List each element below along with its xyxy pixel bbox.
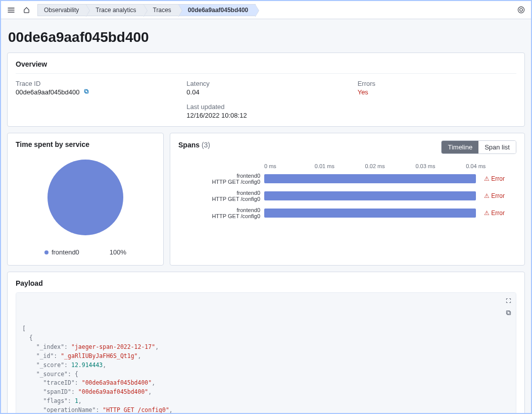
copy-payload-icon[interactable] (504, 308, 513, 317)
tab-timeline[interactable]: Timeline (442, 141, 478, 153)
topbar: ObservabilityTrace analyticsTraces00de6a… (1, 1, 531, 19)
payload-title: Payload (16, 279, 516, 287)
svg-rect-5 (506, 310, 510, 314)
span-bar (264, 174, 481, 183)
legend-dot-icon (44, 250, 49, 254)
page-title: 00de6a9aaf045bd400 (8, 29, 524, 45)
overview-panel: Overview Trace ID 00de6a9aaf045bd400 Lat… (7, 53, 525, 127)
breadcrumb-item[interactable]: Trace analytics (86, 4, 143, 16)
spans-panel: Spans (3) Timeline Span list 0 ms0.01 ms… (170, 133, 525, 266)
gantt-chart: 0 ms0.01 ms0.02 ms0.03 ms0.04 ms fronten… (178, 163, 516, 221)
overview-title: Overview (16, 60, 516, 68)
span-error: ⚠ Error (481, 210, 516, 217)
fullscreen-icon[interactable] (504, 296, 513, 305)
latency-value: 0.04 (186, 88, 345, 96)
span-error: ⚠ Error (481, 175, 516, 182)
span-row[interactable]: frontend0HTTP GET /config0⚠ Error (178, 188, 516, 203)
span-bar (264, 209, 481, 218)
menu-icon[interactable] (5, 4, 17, 16)
help-icon[interactable] (515, 4, 527, 16)
breadcrumb-item[interactable]: Traces (144, 4, 179, 16)
home-icon[interactable] (20, 4, 32, 16)
svg-point-0 (518, 7, 524, 13)
spans-count: (3) (202, 141, 210, 149)
span-label: frontend0HTTP GET /config0 (178, 207, 264, 219)
span-label: frontend0HTTP GET /config0 (178, 173, 264, 185)
tab-spanlist[interactable]: Span list (478, 141, 516, 153)
span-label: frontend0HTTP GET /config0 (178, 190, 264, 202)
svg-rect-2 (85, 90, 88, 93)
svg-rect-4 (507, 312, 511, 315)
last-updated-value: 12/16/2022 10:08:12 (186, 112, 345, 119)
axis-tick: 0.04 ms (466, 163, 516, 169)
payload-panel: Payload [ { "_index": "jaeger-span-2022-… (7, 272, 525, 414)
pie-chart (47, 160, 123, 235)
trace-id-text: 00de6a9aaf045bd400 (16, 88, 80, 96)
span-bar (264, 191, 481, 200)
view-toggle: Timeline Span list (441, 140, 516, 154)
svg-rect-3 (84, 89, 87, 92)
span-row[interactable]: frontend0HTTP GET /config0⚠ Error (178, 205, 516, 221)
copy-icon[interactable] (83, 89, 89, 96)
errors-value: Yes (358, 88, 516, 96)
spans-title: Spans (3) (178, 141, 210, 149)
errors-label: Errors (358, 80, 516, 87)
axis-tick: 0.03 ms (415, 163, 466, 169)
payload-code[interactable]: [ { "_index": "jaeger-span-2022-12-17", … (16, 292, 516, 414)
latency-label: Latency (186, 80, 345, 87)
trace-id-value: 00de6a9aaf045bd400 (16, 88, 174, 96)
span-row[interactable]: frontend0HTTP GET /config0⚠ Error (178, 171, 516, 186)
breadcrumb-item[interactable]: 00de6a9aaf045bd400 (179, 4, 256, 16)
axis-tick: 0.02 ms (365, 163, 416, 169)
span-error: ⚠ Error (481, 192, 516, 199)
pie-title: Time spent by service (16, 140, 155, 148)
breadcrumb: ObservabilityTrace analyticsTraces00de6a… (37, 4, 256, 16)
legend-label: frontend0 (52, 248, 79, 256)
pie-panel: Time spent by service frontend0 100% (7, 133, 164, 266)
breadcrumb-item[interactable]: Observability (37, 4, 86, 16)
pie-legend: frontend0 100% (44, 248, 126, 256)
last-updated-label: Last updated (186, 103, 345, 111)
trace-id-label: Trace ID (16, 80, 174, 87)
svg-point-1 (519, 9, 522, 12)
legend-value: 100% (110, 248, 126, 256)
axis-tick: 0 ms (264, 163, 315, 169)
axis-tick: 0.01 ms (315, 163, 365, 169)
